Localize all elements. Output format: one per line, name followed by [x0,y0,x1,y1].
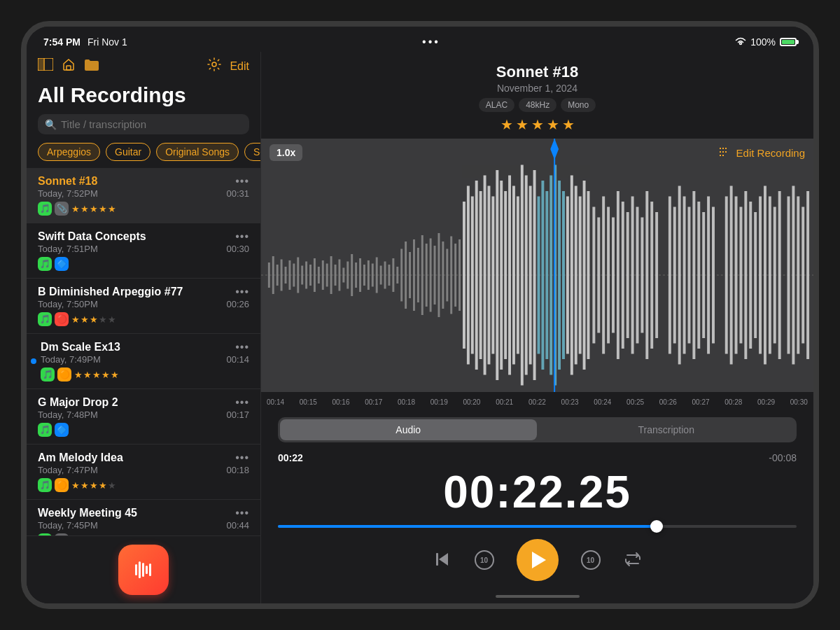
svg-rect-138 [806,191,809,359]
recording-item-3[interactable]: B Diminished Arpeggio #77 ••• Today, 7:5… [27,279,260,334]
record-button[interactable] [118,545,169,595]
rewind-10-button[interactable]: 10 [475,550,494,570]
device-frame: 7:54 PM Fri Nov 1 ••• 100% [21,21,819,609]
more-dots-3[interactable]: ••• [235,286,249,298]
svg-rect-72 [484,176,486,375]
svg-rect-130 [764,186,766,365]
skip-to-start-button[interactable] [433,550,452,571]
svg-rect-109 [645,191,648,359]
speed-badge[interactable]: 1.0x [270,144,302,161]
more-dots-5[interactable]: ••• [235,396,249,409]
more-dots-1[interactable]: ••• [235,175,249,188]
svg-rect-75 [496,170,498,380]
svg-rect-108 [640,218,643,333]
loop-button[interactable] [623,550,643,571]
main-star-4: ★ [547,116,559,133]
svg-rect-33 [322,260,324,290]
recording-item-5[interactable]: G Major Drop 2 ••• Today, 7:48PM 00:17 🎵… [27,389,260,444]
svg-rect-105 [626,212,629,338]
svg-rect-65 [454,244,456,307]
edit-button[interactable]: Edit [230,60,249,73]
svg-rect-3 [66,66,71,70]
filter-chip-scales[interactable]: Scales [244,143,260,161]
svg-rect-32 [318,267,320,284]
badge-green-6: 🎵 [38,478,52,492]
badge-gray-1: 📎 [55,202,69,216]
svg-rect-111 [655,212,658,338]
main-star-3: ★ [531,116,544,133]
badge-red-3: 🔴 [55,312,69,326]
edit-recording-button[interactable]: Edit Recording [720,146,805,160]
svg-rect-10 [720,148,721,149]
recording-item-4[interactable]: Dm Scale Ex13 ••• Today, 7:49PM 00:14 🎵 … [27,334,260,389]
svg-rect-42 [359,258,361,292]
svg-rect-48 [384,262,386,289]
recording-title-4: Dm Scale Ex13 [41,341,120,354]
playback-area: 00:22 -00:08 00:22.25 [261,447,813,589]
svg-rect-118 [697,202,700,349]
more-dots-6[interactable]: ••• [235,451,249,464]
svg-rect-83 [529,186,532,365]
svg-rect-60 [434,246,436,304]
svg-rect-45 [372,264,374,287]
stars-6: ★★★★★ [71,480,116,491]
stars-3: ★★★★★ [71,314,116,325]
svg-rect-78 [508,176,511,375]
svg-rect-128 [754,212,757,338]
filter-chip-arpeggios[interactable]: Arpeggios [38,143,100,161]
search-bar: 🔍 [38,114,249,134]
more-dots-7[interactable]: ••• [235,507,249,519]
play-button[interactable] [517,539,559,581]
tl-00-24: 00:24 [594,398,611,406]
svg-rect-95 [579,197,582,354]
recording-duration-7: 00:44 [226,520,249,531]
badge-orange-6: 🟠 [55,478,69,492]
svg-rect-16 [725,148,727,149]
tab-transcription[interactable]: Transcription [538,419,795,440]
tl-00-30: 00:30 [790,398,808,406]
timeline-labels: 00:14 00:15 00:16 00:17 00:18 00:19 00:2… [267,398,808,406]
svg-rect-134 [788,197,790,354]
svg-marker-143 [439,553,448,566]
svg-rect-73 [487,186,490,365]
tab-audio[interactable]: Audio [280,419,537,440]
svg-rect-124 [735,197,738,354]
sidebar-toggle-icon[interactable] [38,58,53,74]
search-input[interactable] [61,118,242,130]
forward-10-button[interactable]: 10 [581,550,601,570]
progress-bar[interactable] [278,525,797,528]
recording-item-2[interactable]: Swift Data Concepts ••• Today, 7:51PM 00… [27,223,260,279]
recording-date-3: Today, 7:50PM [38,299,98,309]
progress-thumb[interactable] [650,520,663,533]
filter-chip-guitar[interactable]: Guitar [106,143,150,161]
svg-rect-110 [650,202,653,349]
recording-item-6[interactable]: Am Melody Idea ••• Today, 7:47PM 00:18 🎵… [27,444,260,500]
more-dots-4[interactable]: ••• [235,341,249,354]
recording-duration-4: 00:14 [226,354,249,365]
sidebar-toolbar: Edit [27,52,260,80]
svg-rect-77 [504,191,507,359]
waveform-container[interactable]: 1.0x [261,139,813,412]
svg-rect-13 [722,148,724,149]
home-icon[interactable] [62,57,76,75]
svg-rect-115 [683,197,686,354]
recording-item-1[interactable]: Sonnet #18 ••• Today, 7:52PM 00:31 🎵 📎 ★… [27,168,260,223]
recording-item-7[interactable]: Weekly Meeting 45 ••• Today, 7:45PM 00:4… [27,500,260,536]
svg-rect-133 [778,191,781,359]
wifi-icon [735,36,746,48]
svg-rect-114 [678,186,681,365]
filter-chip-original-songs[interactable]: Original Songs [156,143,239,161]
svg-rect-127 [749,202,752,349]
svg-rect-55 [413,239,415,311]
settings-icon[interactable] [207,57,221,75]
svg-rect-7 [142,563,144,577]
svg-rect-37 [338,260,340,291]
svg-rect-36 [335,265,337,286]
home-indicator [261,589,813,603]
svg-rect-93 [570,176,573,375]
folder-icon[interactable] [84,58,99,74]
svg-rect-24 [285,267,287,284]
more-dots-2[interactable]: ••• [235,230,249,243]
waveform-svg [261,139,813,412]
recording-header: Sonnet #18 November 1, 2024 ALAC 48kHz M… [261,52,813,139]
